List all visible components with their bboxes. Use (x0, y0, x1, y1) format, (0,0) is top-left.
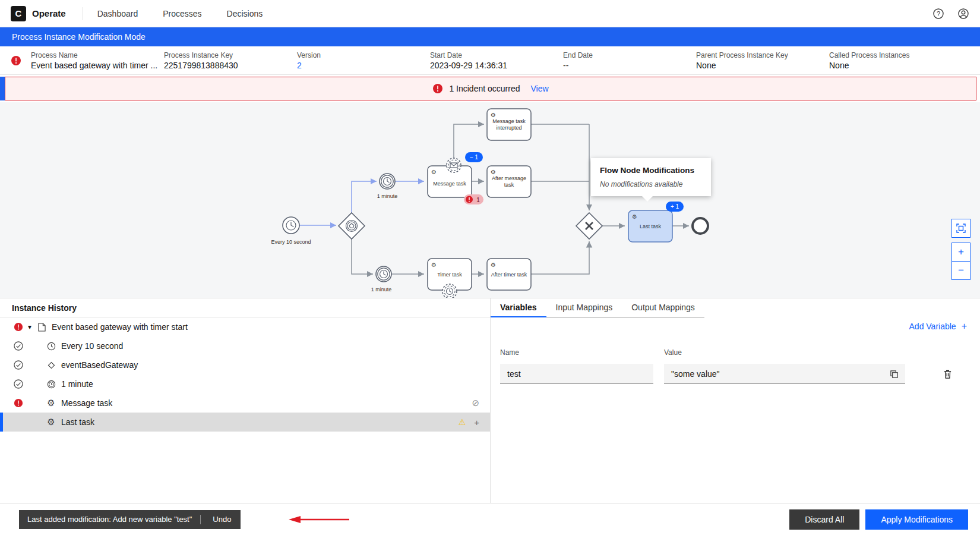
tab-input-mappings[interactable]: Input Mappings (546, 298, 622, 317)
tooltip-message: No modifications available (600, 180, 702, 188)
reset-diagram-button[interactable] (951, 219, 970, 238)
plus-icon: + (962, 321, 967, 332)
discard-all-button[interactable]: Discard All (789, 509, 859, 530)
history-row-process[interactable]: ▾ Event based gateway with timer start (0, 317, 490, 336)
app-name: Operate (32, 8, 66, 18)
copy-icon[interactable] (886, 367, 902, 381)
flow-after-timer-to-gateway-bottom (531, 241, 589, 274)
field-value: -- (563, 61, 696, 70)
service-task-icon: ⚙ (632, 213, 637, 220)
end-event[interactable] (693, 218, 708, 234)
zoom-in-button[interactable]: + (951, 243, 970, 262)
process-icon (36, 323, 48, 332)
nav-item-processes[interactable]: Processes (163, 9, 201, 18)
nav-item-dashboard[interactable]: Dashboard (97, 9, 138, 18)
field-process-instance-key: Process Instance Key 2251799813888430 (164, 51, 297, 70)
field-start-date: Start Date 2023-09-29 14:36:31 (430, 51, 563, 70)
start-event-label: Every 10 second (271, 239, 311, 245)
service-task-icon: ⚙ (45, 417, 57, 427)
field-label: Process Name (31, 51, 164, 59)
service-task-icon: ⚙ (431, 169, 437, 175)
task-message-task-interrupted[interactable]: ⚙ Message task interrupted (487, 109, 531, 140)
event-based-gateway[interactable] (339, 213, 365, 239)
delete-variable-button[interactable] (940, 366, 955, 382)
svg-text:?: ? (937, 10, 940, 17)
history-row-label: Every 10 second (61, 341, 123, 351)
history-row-1-minute[interactable]: 1 minute (0, 374, 490, 394)
field-version: Version 2 (297, 51, 430, 70)
incident-icon (13, 398, 24, 408)
history-row-message-task[interactable]: ⚙ Message task ⊘ (0, 394, 490, 413)
svg-text:1: 1 (476, 197, 480, 203)
details-tabs: Variables Input Mappings Output Mappings (491, 298, 980, 317)
timer-event-bottom[interactable] (376, 266, 391, 282)
history-row-label: eventBasedGateway (61, 360, 138, 370)
start-event-timer[interactable] (283, 217, 299, 234)
user-icon[interactable] (957, 8, 969, 20)
field-process-name: Process Name Event based gateway with ti… (31, 51, 164, 70)
instance-history-panel: Instance History ▾ Event based gateway w… (0, 298, 491, 503)
after-timer-task-label: After timer task (491, 272, 527, 278)
warning-icon: ⚠ (459, 417, 466, 427)
history-row-label: Event based gateway with timer start (52, 322, 188, 332)
incident-count-badge: 1 (464, 194, 483, 204)
variable-row (500, 364, 970, 384)
service-task-icon: ⚙ (491, 112, 496, 118)
operate-app: C Operate Dashboard Processes Decisions … (0, 0, 980, 535)
column-header-value: Value (664, 348, 682, 357)
message-task-interrupted-label-1: Message task (492, 118, 526, 124)
incident-state-icon (11, 55, 21, 66)
exclusive-gateway[interactable] (576, 213, 602, 239)
diagram-controls: + − (951, 219, 970, 280)
chevron-down-icon[interactable]: ▾ (24, 323, 36, 331)
annotation-arrow (285, 514, 352, 525)
task-after-timer-task[interactable]: ⚙ After timer task (487, 259, 531, 290)
field-value: None (696, 61, 829, 70)
incident-view-link[interactable]: View (530, 84, 548, 93)
incident-icon (13, 322, 24, 332)
field-label: End Date (563, 51, 696, 59)
service-task-icon: ⚙ (491, 169, 496, 175)
message-boundary-event[interactable] (447, 158, 461, 172)
add-modification-icon[interactable]: + (474, 417, 479, 427)
trash-icon (943, 369, 952, 379)
field-called-process-instances: Called Process Instances None (829, 51, 962, 70)
history-row-every-10-second[interactable]: Every 10 second (0, 336, 490, 355)
service-task-icon: ⚙ (431, 262, 437, 268)
history-row-label: 1 minute (61, 379, 93, 389)
undo-button[interactable]: Undo (203, 510, 241, 529)
not-allowed-icon: ⊘ (472, 398, 479, 408)
message-task-label: Message task (433, 181, 466, 187)
task-last-task[interactable]: ⚙ Last task (628, 210, 672, 242)
help-icon[interactable]: ? (932, 8, 944, 20)
timer-top-label: 1 minute (377, 193, 398, 199)
variables-table: Name Value (500, 348, 970, 384)
task-after-message-task[interactable]: ⚙ After message task (487, 166, 531, 197)
timer-event-top[interactable] (380, 174, 395, 189)
zoom-out-button[interactable]: − (951, 261, 970, 280)
details-panel: Variables Input Mappings Output Mappings… (491, 298, 980, 503)
incident-text: 1 Incident occurred (449, 84, 520, 93)
history-row-last-task[interactable]: ⚙ Last task ⚠ + (0, 413, 490, 432)
timer-boundary-event[interactable] (442, 284, 457, 298)
add-variable-button[interactable]: Add Variable + (909, 321, 967, 332)
tab-variables[interactable]: Variables (491, 298, 546, 317)
variable-value-input[interactable] (664, 364, 905, 384)
bpmn-diagram-panel: Every 10 second 1 minute ⚙ Message tas (0, 102, 980, 298)
toast-message: Last added modification: Add new variabl… (27, 515, 192, 524)
apply-modifications-button[interactable]: Apply Modifications (865, 509, 968, 530)
tab-output-mappings[interactable]: Output Mappings (622, 298, 704, 317)
incident-banner-row: 1 Incident occurred View (0, 75, 980, 102)
field-label: Version (297, 51, 430, 59)
variable-name-input[interactable] (500, 364, 653, 384)
reset-diagram-icon (956, 223, 966, 234)
nav-item-decisions[interactable]: Decisions (227, 9, 263, 18)
footer-actions: Discard All Apply Modifications (789, 509, 968, 530)
timer-event-icon (45, 342, 57, 351)
history-row-event-based-gateway[interactable]: eventBasedGateway (0, 355, 490, 374)
timer-bottom-label: 1 minute (371, 287, 392, 292)
tooltip-title: Flow Node Modifications (600, 166, 702, 175)
flow-gateway-to-timer-bottom (352, 239, 373, 274)
version-link[interactable]: 2 (297, 61, 430, 70)
add-token-badge: + 1 (666, 202, 684, 212)
